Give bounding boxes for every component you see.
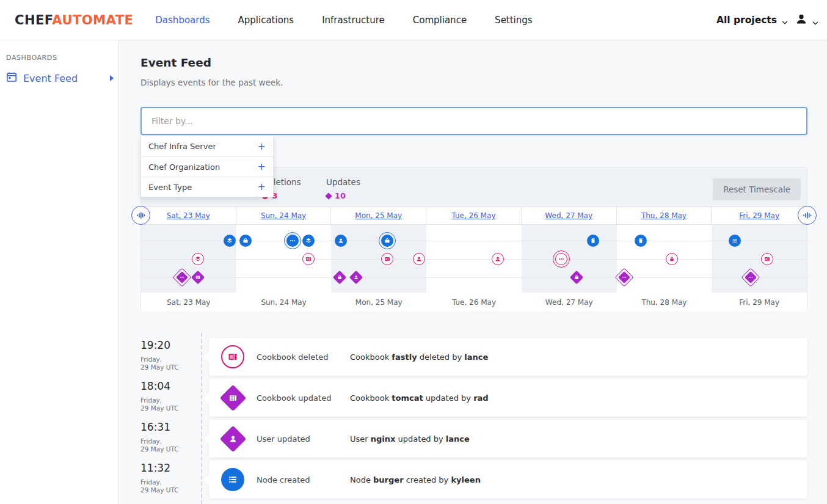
feed-updated-person-icon [219, 425, 246, 452]
feed-time: 11:32 [140, 462, 202, 474]
expand-arrow-icon[interactable] [110, 75, 114, 81]
event-marker-created-list-icon[interactable] [729, 235, 741, 247]
event-marker-deleted-person-icon[interactable] [492, 253, 504, 265]
timeline-day-header-0[interactable]: Sat, 23 May [141, 207, 236, 224]
sidebar-item-event-feed[interactable]: Event Feed [6, 71, 114, 85]
feed-entity-name: nginx [371, 434, 396, 444]
event-marker-deleted-person-icon[interactable] [413, 253, 425, 265]
projects-dropdown[interactable]: All projects [716, 15, 788, 26]
feed-created-list-icon [219, 466, 246, 493]
page-subtitle: Displays events for the past week. [140, 78, 283, 87]
timeline-day-footer-row: Sat, 23 MaySun, 24 MayMon, 25 MayTue, 26… [141, 293, 807, 312]
event-marker-created-node-icon[interactable] [635, 235, 647, 247]
event-marker-updated-bag-icon[interactable] [572, 272, 581, 282]
event-marker-created-person-icon[interactable] [335, 235, 347, 247]
event-marker-created-bag-icon[interactable] [239, 235, 252, 247]
filter-option-label: Chef Organization [148, 163, 220, 172]
event-marker-created-bag-icon[interactable] [379, 232, 396, 249]
equalizer-icon [136, 211, 145, 220]
add-filter-icon[interactable]: + [258, 182, 266, 192]
reset-timescale-button[interactable]: Reset Timescale [713, 178, 801, 200]
feed-event-description: User nginx updated by lance [350, 434, 470, 444]
feed-actor-name: kyleen [451, 475, 480, 484]
event-marker-deleted-lock-icon[interactable] [666, 253, 678, 265]
filter-option-event-type[interactable]: Event Type+ [141, 177, 273, 197]
feed-date: Friday,29 May UTC [140, 356, 202, 371]
event-marker-updated-bag-icon[interactable] [335, 272, 344, 282]
card-pointer [203, 475, 209, 484]
filter-option-chef-organization[interactable]: Chef Organization+ [141, 156, 273, 177]
timeline-day-footer-2: Mon, 25 May [331, 293, 426, 312]
chevron-down-icon [812, 17, 818, 23]
feed-time: 16:31 [140, 421, 202, 433]
nav-infrastructure[interactable]: Infrastructure [322, 15, 385, 26]
event-marker-deleted-book-icon[interactable] [761, 253, 773, 265]
timeline-day-header-4[interactable]: Wed, 27 May [522, 207, 617, 224]
updates-count: 10 [335, 191, 346, 200]
user-menu[interactable] [794, 12, 818, 29]
filter-option-chef-infra-server[interactable]: Chef Infra Server+ [141, 136, 273, 156]
feed-date-utc: 29 May UTC [140, 363, 202, 371]
feed-day-of-week: Friday, [140, 478, 202, 486]
event-marker-deleted-ellipsis-icon[interactable] [553, 250, 570, 268]
event-marker-created-node-icon[interactable] [587, 235, 599, 247]
timescale-scrub-left[interactable] [131, 206, 150, 225]
timeline-day-footer-6: Fri, 29 May [712, 293, 807, 312]
event-marker-created-layers-icon[interactable] [302, 235, 315, 247]
timeline-day-header-5[interactable]: Thu, 28 May [617, 207, 712, 224]
user-avatar-icon [794, 12, 809, 29]
add-filter-icon[interactable]: + [258, 142, 266, 152]
feed-event-title: Cookbook deleted [257, 352, 350, 362]
feed-day-of-week: Friday, [140, 437, 202, 445]
timeline-day-header-1[interactable]: Sun, 24 May [236, 207, 332, 224]
nav-applications[interactable]: Applications [238, 15, 294, 26]
feed-event-description: Node burger created by kyleen [350, 475, 481, 484]
feed-date: Friday,29 May UTC [140, 478, 202, 494]
event-feed-list: 19:20Friday,29 May UTCCookbook deletedCo… [140, 338, 807, 502]
nav-dashboards[interactable]: Dashboards [155, 15, 209, 26]
feed-actor-name: lance [464, 352, 488, 362]
feed-entity-name: tomcat [392, 393, 423, 403]
nav-compliance[interactable]: Compliance [413, 15, 467, 26]
timeline-day-header-2[interactable]: Mon, 25 May [331, 207, 426, 224]
event-marker-deleted-layers-icon[interactable] [192, 253, 204, 265]
event-marker-updated-person-icon[interactable] [351, 272, 361, 282]
card-pointer [203, 393, 209, 403]
feed-entity-name: fastly [392, 352, 417, 362]
feed-deleted-book-icon [219, 343, 246, 370]
feed-actor-name: lance [446, 434, 470, 444]
calendar-icon [6, 71, 17, 85]
timeline-day-header-6[interactable]: Fri, 29 May [712, 207, 807, 224]
feed-time: 19:20 [140, 339, 202, 351]
feed-event-description: Cookbook fastly deleted by lance [350, 352, 488, 362]
feed-date: Friday,29 May UTC [140, 396, 202, 412]
chef-automate-logo: CHEFAUTOMATE [15, 13, 133, 27]
event-marker-created-layers-icon[interactable] [224, 235, 236, 247]
event-marker-updated-book-icon[interactable] [193, 272, 203, 282]
feed-date-utc: 29 May UTC [140, 486, 202, 494]
feed-event-title: User updated [257, 434, 350, 444]
timeline-day-header-3[interactable]: Tue, 26 May [426, 207, 522, 224]
nav-settings[interactable]: Settings [495, 15, 533, 26]
feed-row: 19:20Friday,29 May UTCCookbook deletedCo… [140, 338, 807, 376]
event-marker-deleted-book-icon[interactable] [302, 253, 315, 265]
feed-card: Cookbook deletedCookbook fastly deleted … [209, 338, 807, 376]
filter-input[interactable] [140, 107, 807, 135]
feed-row: 18:04Friday,29 May UTCCookbook updatedCo… [140, 379, 807, 417]
primary-nav: DashboardsApplicationsInfrastructureComp… [155, 15, 532, 26]
event-marker-updated-ellipsis-icon[interactable] [618, 271, 631, 284]
feed-event-title: Node created [257, 475, 350, 484]
event-marker-updated-ellipsis-icon[interactable] [744, 271, 757, 284]
timeline-string-line [141, 259, 807, 260]
add-filter-icon[interactable]: + [258, 162, 266, 172]
event-marker-deleted-book-icon[interactable] [381, 253, 393, 265]
feed-card: User updatedUser nginx updated by lance [209, 420, 807, 458]
main-content: Event Feed Displays events for the past … [120, 40, 827, 504]
timeline-day-footer-1: Sun, 24 May [236, 293, 332, 312]
event-marker-updated-ellipsis-icon[interactable] [175, 271, 189, 284]
feed-date: Friday,29 May UTC [140, 437, 202, 453]
event-marker-created-ellipsis-icon[interactable] [284, 232, 301, 249]
filter-dropdown: Chef Infra Server+Chef Organization+Even… [140, 136, 274, 197]
feed-timestamp: 18:04Friday,29 May UTC [140, 379, 202, 417]
timescale-scrub-right[interactable] [798, 206, 817, 225]
